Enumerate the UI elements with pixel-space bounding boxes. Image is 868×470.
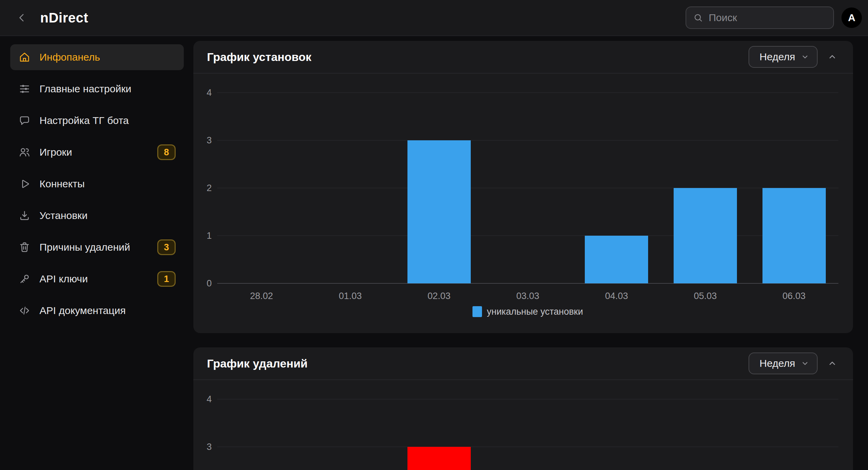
x-axis-label: 02.03 xyxy=(428,291,451,301)
card-header: График установок Неделя xyxy=(193,41,853,74)
x-axis-label: 04.03 xyxy=(605,291,628,301)
x-axis-label: 28.02 xyxy=(250,291,273,301)
main-content: График установок Неделя 0123428.0201.030… xyxy=(193,36,868,470)
x-axis-label: 06.03 xyxy=(783,291,806,301)
chart-plot-area: 01234 xyxy=(217,93,838,283)
sidebar-nav: ИнфопанельГлавные настройкиНастройка ТГ … xyxy=(0,36,193,470)
gridline xyxy=(217,399,838,400)
search-input[interactable] xyxy=(709,12,826,24)
bar-05.03[interactable] xyxy=(674,188,737,283)
chevron-down-icon xyxy=(801,359,809,368)
bar-02.03[interactable] xyxy=(407,140,471,283)
y-axis-label: 3 xyxy=(207,442,212,452)
sidebar-item-label: Настройка ТГ бота xyxy=(39,115,129,126)
sidebar-item-api-keys[interactable]: API ключи1 xyxy=(10,266,184,292)
sidebar-item-label: Причины удалений xyxy=(39,241,130,253)
sidebar-item-tg-bot[interactable]: Настройка ТГ бота xyxy=(10,108,184,134)
sidebar-item-label: Инфопанель xyxy=(39,51,100,63)
card-header: График удалений Неделя xyxy=(193,347,853,380)
sliders-icon xyxy=(18,83,31,95)
collapse-card-button[interactable] xyxy=(827,52,837,62)
period-select[interactable]: Неделя xyxy=(749,352,818,374)
gridline xyxy=(217,188,838,188)
sidebar-item-players[interactable]: Игроки8 xyxy=(10,139,184,165)
x-axis-label: 01.03 xyxy=(339,291,362,301)
sidebar-item-label: API документация xyxy=(39,305,126,316)
download-icon xyxy=(18,209,31,222)
sidebar-item-delete-reasons[interactable]: Причины удалений3 xyxy=(10,234,184,260)
chat-icon xyxy=(18,114,31,127)
sidebar-item-label: API ключи xyxy=(39,273,88,285)
bar-02.03[interactable] xyxy=(407,447,471,470)
y-axis-label: 3 xyxy=(207,135,212,146)
x-axis-label: 03.03 xyxy=(516,291,540,301)
x-axis: 28.0201.0302.0303.0304.0305.0306.03 xyxy=(217,283,838,303)
sidebar-item-badge: 1 xyxy=(157,271,176,287)
y-axis-label: 4 xyxy=(207,88,212,98)
search-icon xyxy=(693,13,703,23)
bar-04.03[interactable] xyxy=(585,236,648,283)
topbar: nDirect A xyxy=(0,0,868,36)
chevron-up-icon xyxy=(827,52,837,62)
chevron-down-icon xyxy=(801,52,809,61)
chevron-up-icon xyxy=(827,358,837,369)
y-axis-label: 2 xyxy=(207,183,212,193)
trash-icon xyxy=(18,241,31,253)
x-axis-label: 05.03 xyxy=(694,291,717,301)
period-select-value: Неделя xyxy=(759,51,795,63)
home-icon xyxy=(18,51,31,63)
code-icon xyxy=(18,304,31,317)
period-select[interactable]: Неделя xyxy=(749,46,818,68)
card-title: График установок xyxy=(207,50,311,64)
card-title: График удалений xyxy=(207,357,308,370)
removals-chart: 0123428.0201.0302.0303.0304.0305.0306.03 xyxy=(217,399,838,470)
chart-plot-area: 01234 xyxy=(217,399,838,470)
sidebar-item-connects[interactable]: Коннекты xyxy=(10,171,184,197)
users-icon xyxy=(18,146,31,158)
sidebar-item-label: Главные настройки xyxy=(39,83,131,95)
removals-chart-card: График удалений Неделя 0123428.0201.0302… xyxy=(193,347,853,470)
sidebar-item-api-docs[interactable]: API документация xyxy=(10,298,184,324)
app-logo: nDirect xyxy=(40,10,88,26)
gridline xyxy=(217,446,838,447)
installs-chart: 0123428.0201.0302.0303.0304.0305.0306.03… xyxy=(217,93,838,319)
key-icon xyxy=(18,273,31,285)
y-axis-label: 0 xyxy=(207,278,212,289)
y-axis-label: 1 xyxy=(207,231,212,241)
sidebar-item-label: Игроки xyxy=(39,146,72,158)
gridline xyxy=(217,235,838,236)
gridline xyxy=(217,92,838,93)
avatar[interactable]: A xyxy=(841,7,862,28)
chevron-left-icon xyxy=(16,12,28,24)
search-box[interactable] xyxy=(686,6,834,29)
sidebar-item-dashboard[interactable]: Инфопанель xyxy=(10,44,184,70)
sidebar-item-installs[interactable]: Установки xyxy=(10,203,184,229)
chart-legend: уникальные установки xyxy=(217,304,838,319)
legend-swatch xyxy=(472,306,482,317)
gridline xyxy=(217,140,838,141)
bar-06.03[interactable] xyxy=(762,188,826,283)
play-icon xyxy=(18,178,31,190)
sidebar-item-badge: 8 xyxy=(157,144,176,160)
sidebar-item-badge: 3 xyxy=(157,239,176,255)
sidebar-item-label: Установки xyxy=(39,210,87,221)
back-button[interactable] xyxy=(15,11,29,25)
installs-chart-card: График установок Неделя 0123428.0201.030… xyxy=(193,41,853,333)
period-select-value: Неделя xyxy=(759,358,795,369)
y-axis-label: 4 xyxy=(207,394,212,405)
sidebar-item-label: Коннекты xyxy=(39,178,85,190)
collapse-card-button[interactable] xyxy=(827,358,837,369)
sidebar-item-settings[interactable]: Главные настройки xyxy=(10,76,184,102)
legend-label: уникальные установки xyxy=(487,307,583,317)
